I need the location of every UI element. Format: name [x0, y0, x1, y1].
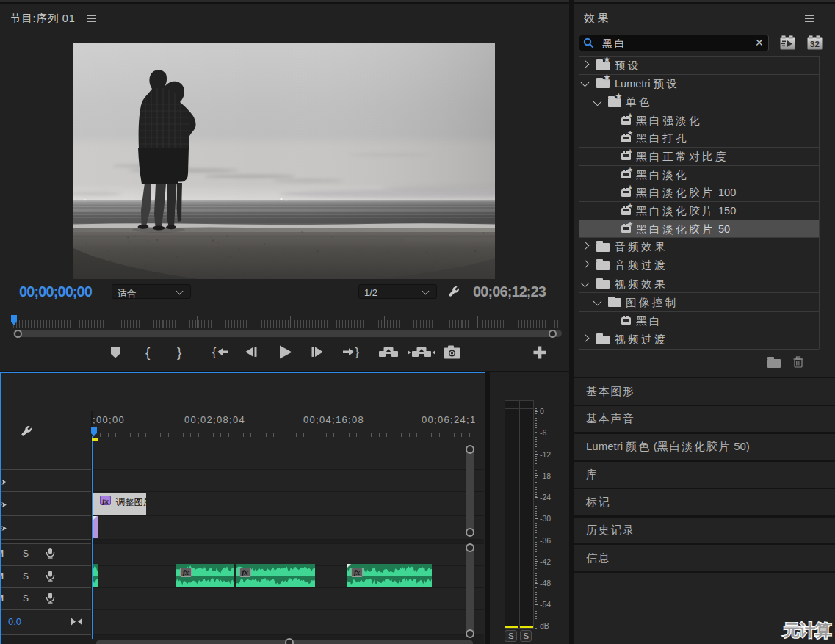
svg-text:}: }	[355, 346, 360, 358]
svg-text:{: {	[212, 346, 217, 358]
svg-text:32: 32	[810, 40, 820, 48]
svg-text:}: }	[177, 344, 181, 360]
svg-text:{: {	[145, 344, 151, 360]
svg-text:元计算: 元计算	[783, 621, 831, 640]
